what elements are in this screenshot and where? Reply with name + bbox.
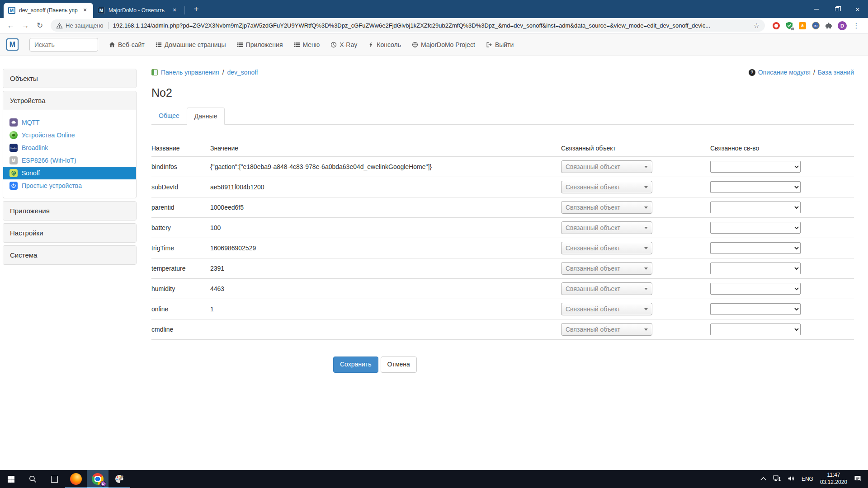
linked-property-select[interactable] [710,283,801,295]
knowledge-base-link[interactable]: База знаний [818,69,854,76]
accordion-header-applications[interactable]: Приложения [3,202,136,220]
volume-icon[interactable] [788,475,795,483]
breadcrumb-control-panel-link[interactable]: Панель управления [161,69,219,76]
nav-item-console[interactable]: Консоль [368,41,401,48]
majordomo-logo[interactable]: M [6,38,19,51]
breadcrumb-module-link[interactable]: dev_sonoff [227,69,258,76]
bookmark-star-icon[interactable]: ☆ [754,22,760,30]
linked-object-select[interactable]: Связанный объект [561,181,652,193]
back-button[interactable]: ← [5,19,17,32]
majordomo-m-icon: M [9,156,18,164]
sidebar-item-sonoff[interactable]: Sonoff [3,167,136,179]
txt-extension-icon[interactable]: TXT [811,22,820,30]
table-header: Название Значение Связанный объект Связа… [151,140,854,157]
tab-data[interactable]: Данные [187,108,225,125]
linked-object-select[interactable]: Связанный объект [561,323,652,336]
close-tab-icon[interactable]: × [81,7,89,14]
sidebar-item-simple-devices[interactable]: Простые устройства [3,179,136,192]
param-name: online [151,305,210,313]
sidebar-item-esp8266[interactable]: M ESP8266 (Wifi-IoT) [3,154,136,167]
restore-button[interactable] [826,0,847,18]
reload-button[interactable]: ↻ [33,19,46,32]
taskbar-chrome-button[interactable]: D [87,470,108,488]
save-button[interactable]: Сохранить [333,357,378,373]
nav-item-applications[interactable]: Приложения [237,41,283,48]
window-controls: × [806,0,868,18]
col-name: Название [151,145,210,152]
browser-tab-active[interactable]: M dev_sonoff (Панель управления × [4,3,93,18]
taskbar-paint-button[interactable] [108,470,130,488]
new-tab-button[interactable]: + [190,4,202,14]
chevron-down-icon [644,247,648,249]
linked-property-select[interactable] [710,181,801,193]
url-text[interactable]: 192.168.1.124/admin.php?pd=ZGV2X3Nvbm9mZ… [113,22,750,29]
linked-property-select[interactable] [710,202,801,213]
linked-property-select[interactable] [710,263,801,274]
list-icon [294,42,300,48]
accordion-header-system[interactable]: Система [3,246,136,264]
accordion-header-objects[interactable]: Объекты [3,69,136,88]
nav-item-xray[interactable]: X-Ray [330,41,357,48]
linked-property-select[interactable] [710,161,801,173]
nav-item-majordomo-project[interactable]: MajorDoMo Project [412,41,475,48]
linked-object-select[interactable]: Связанный объект [561,201,652,214]
browser-menu-icon[interactable]: ⋮ [852,22,861,30]
profile-avatar[interactable]: D [838,21,847,30]
linked-object-select[interactable]: Связанный объект [561,282,652,295]
linked-object-select[interactable]: Связанный объект [561,262,652,275]
linked-object-select[interactable]: Связанный объект [561,242,652,254]
forward-button[interactable]: → [19,19,32,32]
task-view-button[interactable] [43,470,65,488]
extensions-puzzle-icon[interactable] [825,22,833,30]
restore-icon [835,7,839,11]
close-window-button[interactable]: × [847,0,868,18]
address-bar[interactable]: Не защищено 192.168.1.124/admin.php?pd=Z… [51,19,765,32]
data-table: Название Значение Связанный объект Связа… [151,140,854,340]
close-tab-icon[interactable]: × [171,7,178,14]
security-label[interactable]: Не защищено [66,22,104,29]
linked-property-select[interactable] [710,222,801,234]
breadcrumb-separator: / [222,69,224,76]
taskbar-firefox-button[interactable] [65,470,87,488]
browser-tab-inactive[interactable]: M MajorDoMo - Ответить × [93,3,183,18]
table-row: bindInfos {"gaction":["e180eba9-a848-4c8… [151,157,854,177]
language-indicator[interactable]: ENG [802,476,813,482]
taskbar-clock[interactable]: 11:47 03.12.2020 [820,472,847,486]
shield-check-extension-icon[interactable] [785,22,793,30]
cancel-button[interactable]: Отмена [381,357,417,373]
nav-item-website[interactable]: Веб-сайт [109,41,145,48]
red-o-extension-icon[interactable] [772,22,780,30]
chevron-down-icon [644,288,648,290]
linked-property-select[interactable] [710,242,801,254]
sidebar-item-mqtt[interactable]: MQTT [3,116,136,129]
search-input[interactable] [29,38,98,52]
globe-icon [412,42,418,48]
nav-item-menu[interactable]: Меню [294,41,320,48]
sidebar-item-devices-online[interactable]: Устройства Online [3,129,136,141]
network-icon[interactable] [773,475,781,483]
linked-object-select[interactable]: Связанный объект [561,221,652,234]
param-name: humidity [151,285,210,292]
tray-chevron-icon[interactable] [760,476,766,482]
table-row: cmdline Связанный объект [151,319,854,340]
nav-item-logout[interactable]: Выйти [486,41,514,48]
sidebar-item-broadlink[interactable]: Broadlink Broadlink [3,141,136,154]
linked-object-select[interactable]: Связанный объект [561,303,652,315]
param-value: 1606986902529 [210,244,561,252]
linked-property-select[interactable] [710,324,801,335]
nav-item-home-pages[interactable]: Домашние страницы [156,41,226,48]
firefox-icon [70,473,82,485]
taskbar-search-button[interactable] [22,470,43,488]
param-value: 2391 [210,265,561,272]
start-button[interactable] [0,470,22,488]
tab-divider [184,6,185,14]
linked-property-select[interactable] [710,303,801,315]
tab-general[interactable]: Общее [151,108,187,125]
minimize-button[interactable] [806,0,826,18]
linked-object-select[interactable]: Связанный объект [561,160,652,173]
shopping-bag-extension-icon[interactable]: a [798,22,807,30]
accordion-header-settings[interactable]: Настройки [3,224,136,242]
accordion-header-devices[interactable]: Устройства [3,91,136,110]
module-description-link[interactable]: Описание модуля [758,69,811,76]
action-center-icon[interactable] [854,475,862,483]
